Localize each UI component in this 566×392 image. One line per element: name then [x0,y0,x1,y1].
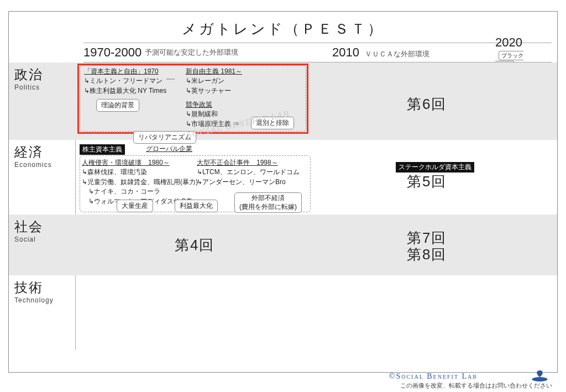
row-technology-label: 技術 Technology [14,279,70,304]
node-human-rights-env: 人権侵害・環境破壊 1980～ ↳森林伐採、環境汚染 ↳児童労働、奴隷賃金、職権… [82,158,198,206]
blk-stakeholder-capitalism: ステークホルダ資本主義 [396,162,474,173]
footer-copyright: ©Social Benefit Lab [389,372,478,381]
chip-external-diseconomy: 外部不経済(費用を外部に転嫁) [234,192,302,213]
session-5: 第5回 [407,172,447,191]
session-6: 第6回 [407,95,447,114]
era1-sub: 予測可能な安定した外部環境 [145,48,238,58]
session-4: 第4回 [175,236,214,255]
node-capitalism-freedom: 「資本主義と自由」1970 ↳ミルトン・フリードマン ↳株主利益最大化 NY T… [84,67,166,96]
era1-year: 1970-2000 [83,45,142,60]
row-tech-bg [9,275,557,350]
era3-year: 2020 [495,35,522,49]
era2-year: 2010 [332,45,359,59]
row-social-label: 社会 Social [14,218,70,243]
blk-shareholder-capitalism: 株主資本主義 [80,144,125,155]
era2-sub: ＶＵＣＡな外部環境 [365,50,429,58]
node-neoliberalism: 新自由主義 1981～ ↳米レーガン ↳英サッチャー [186,67,242,96]
svg-point-0 [532,377,548,381]
chip-theory-bg: 理論的背景 [96,99,139,112]
session-8: 第8回 [407,245,447,264]
node-accounting-scandals: 大型不正会計事件 1998～ ↳LTCM、エンロン、ワールドコム ↳アンダーセン… [197,158,300,187]
footer-note: この画像を改変、転載する場合はお問い合わせください [400,381,552,390]
diagram-frame: メガトレンド（ＰＥＳＴ） 1970-2000 予測可能な安定した外部環境 201… [8,11,558,373]
row-politics-label: 政治 Politics [14,66,70,91]
diagram-title: メガトレンド（ＰＥＳＴ） [9,12,557,44]
row-economics-label: 経済 Economics [14,143,70,169]
node-global-corp: グローバル企業 [146,144,192,154]
timeline-header: 1970-2000 予測可能な安定した外部環境 2010 ＶＵＣＡな外部環境 2… [83,43,552,62]
chip-profit-max: 利益最大化 [175,200,218,212]
row-social-bg [9,215,557,275]
chip-mass-production: 大量生産 [117,200,153,212]
